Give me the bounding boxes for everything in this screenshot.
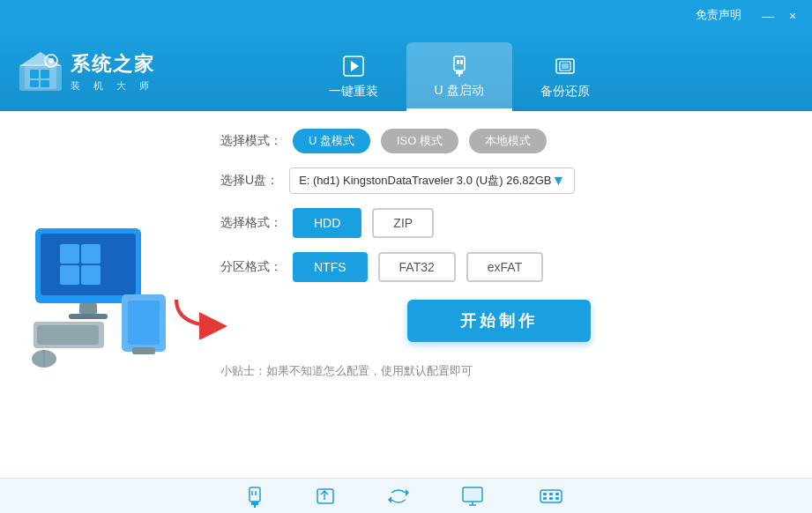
- svg-rect-48: [540, 490, 562, 502]
- svg-rect-36: [251, 502, 258, 505]
- partition-format-row: 分区格式： NTFS FAT32 exFAT: [220, 252, 777, 282]
- svg-point-8: [48, 58, 54, 63]
- tab-udisk[interactable]: U 盘启动: [406, 42, 512, 111]
- partition-fat32-btn[interactable]: FAT32: [378, 252, 456, 282]
- tab-backup-label: 备份还原: [540, 84, 590, 100]
- partition-exfat-btn[interactable]: exFAT: [466, 252, 543, 282]
- mode-label: 选择模式：: [220, 133, 282, 149]
- pc-illustration: [18, 219, 185, 369]
- svg-rect-23: [60, 265, 79, 285]
- logo-title: 系统之家: [71, 51, 155, 78]
- partition-format-label: 分区格式：: [220, 259, 282, 275]
- svg-rect-3: [30, 70, 39, 78]
- backup-icon: [553, 54, 577, 78]
- udisk-icon: [447, 53, 472, 78]
- dropdown-arrow-icon: ▼: [552, 173, 566, 189]
- format-zip-btn[interactable]: ZIP: [372, 208, 434, 238]
- mode-udisk-btn[interactable]: U 盘模式: [293, 129, 370, 153]
- svg-rect-25: [79, 303, 97, 314]
- svg-rect-30: [128, 301, 160, 345]
- format-hdd-btn[interactable]: HDD: [293, 208, 361, 238]
- svg-rect-5: [30, 80, 39, 87]
- svg-rect-12: [456, 71, 463, 74]
- mode-row: 选择模式： U 盘模式 ISO 模式 本地模式: [220, 129, 777, 153]
- tab-reinstall-label: 一键重装: [329, 84, 378, 100]
- title-bar: 免责声明 — ×: [0, 0, 812, 32]
- logo-icon: [18, 50, 63, 93]
- tool-restore-udisk[interactable]: 还原U盘: [308, 484, 344, 513]
- minimize-button[interactable]: —: [756, 4, 780, 28]
- red-arrow-icon: [168, 291, 238, 339]
- logo-area: 系统之家 装 机 大 师: [0, 50, 176, 93]
- mode-local-btn[interactable]: 本地模式: [469, 129, 547, 153]
- tool-upgrade-udisk[interactable]: 升级U盘: [236, 484, 272, 513]
- logo-subtitle: 装 机 大 师: [71, 79, 155, 93]
- svg-rect-4: [41, 70, 49, 78]
- svg-rect-18: [562, 63, 569, 69]
- svg-rect-24: [81, 265, 101, 285]
- reinstall-icon: [341, 54, 366, 78]
- start-button-row: 开始制作: [220, 300, 777, 342]
- svg-marker-1: [19, 52, 62, 66]
- main-content: 选择模式： U 盘模式 ISO 模式 本地模式 选择U盘： E: (hd1) K…: [0, 111, 812, 478]
- tab-reinstall[interactable]: 一键重装: [301, 42, 406, 111]
- svg-rect-53: [549, 497, 553, 500]
- svg-rect-54: [555, 497, 559, 500]
- svg-marker-10: [351, 61, 359, 71]
- nav-tabs: 一键重装 U 盘启动 备份还原: [176, 32, 741, 111]
- svg-rect-50: [549, 493, 553, 495]
- shortcut-query-icon: [539, 484, 563, 509]
- tool-simulate-boot[interactable]: 模拟启动: [453, 484, 492, 513]
- logo-text: 系统之家 装 机 大 师: [71, 51, 155, 93]
- udisk-select-row: 选择U盘： E: (hd1) KingstonDataTraveler 3.0 …: [220, 167, 777, 194]
- svg-rect-28: [37, 325, 99, 345]
- svg-rect-52: [543, 497, 547, 500]
- svg-rect-49: [543, 493, 547, 495]
- tab-backup[interactable]: 备份还原: [512, 42, 618, 111]
- simulate-boot-icon: [460, 484, 485, 509]
- header: 系统之家 装 机 大 师 一键重装 U 盘启动: [0, 32, 812, 111]
- udisk-value: E: (hd1) KingstonDataTraveler 3.0 (U盘) 2…: [299, 173, 551, 189]
- boot-format-row: 选择格式： HDD ZIP: [220, 208, 777, 238]
- tool-format-convert[interactable]: 格式转换: [379, 484, 418, 513]
- svg-rect-6: [41, 80, 49, 87]
- partition-ntfs-btn[interactable]: NTFS: [293, 252, 368, 282]
- format-convert-icon: [386, 484, 411, 509]
- restore-udisk-icon: [313, 484, 338, 509]
- svg-rect-45: [465, 489, 480, 500]
- upgrade-udisk-icon: [242, 484, 267, 509]
- bottom-toolbar: 升级U盘 还原U盘 格式转换 模拟启动: [0, 478, 812, 513]
- right-panel: 选择模式： U 盘模式 ISO 模式 本地模式 选择U盘： E: (hd1) K…: [203, 111, 812, 478]
- svg-rect-31: [132, 347, 155, 354]
- start-make-button[interactable]: 开始制作: [407, 300, 591, 342]
- svg-marker-42: [406, 489, 409, 496]
- svg-rect-51: [555, 493, 559, 495]
- svg-rect-35: [250, 487, 260, 502]
- svg-marker-43: [388, 496, 391, 503]
- close-button[interactable]: ×: [780, 4, 805, 28]
- svg-rect-13: [457, 60, 459, 64]
- svg-rect-26: [69, 314, 108, 319]
- tab-udisk-label: U 盘启动: [435, 83, 484, 99]
- tip-row: 小贴士：如果不知道怎么配置，使用默认配置即可: [220, 363, 777, 379]
- mode-iso-btn[interactable]: ISO 模式: [381, 129, 458, 153]
- tool-shortcut-query[interactable]: 快捷键查询: [527, 484, 576, 513]
- svg-rect-20: [41, 234, 136, 295]
- tip-text: 小贴士：如果不知道怎么配置，使用默认配置即可: [220, 363, 473, 379]
- svg-rect-14: [460, 60, 463, 64]
- svg-rect-21: [60, 244, 79, 264]
- boot-format-label: 选择格式：: [220, 215, 282, 231]
- svg-rect-22: [81, 244, 101, 264]
- udisk-dropdown[interactable]: E: (hd1) KingstonDataTraveler 3.0 (U盘) 2…: [289, 167, 575, 194]
- disclaimer-link[interactable]: 免责声明: [696, 7, 741, 23]
- udisk-select-label: 选择U盘：: [220, 173, 279, 189]
